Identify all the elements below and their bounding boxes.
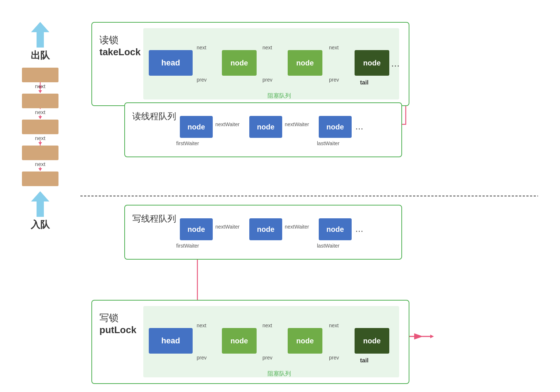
next-arrow-1: next — [35, 83, 45, 93]
putlock-prev3-label: prev — [329, 355, 339, 361]
svg-marker-47 — [430, 335, 434, 338]
dequeue-arrow — [31, 22, 49, 48]
read-queue-node2: node — [249, 116, 282, 138]
next-label-4: next — [35, 161, 45, 167]
takelock-next1-label: next — [197, 45, 206, 50]
putlock-head-node: head — [149, 328, 193, 354]
read-queue-last-waiter: lastWaiter — [317, 140, 340, 146]
read-queue-section: 读线程队列 node firstWaiter nextWaiter node n… — [124, 102, 402, 157]
putlock-section: 写锁 putLock head node node node tail 阻塞队列… — [91, 300, 409, 384]
write-queue-node2: node — [249, 218, 282, 240]
read-queue-first-waiter: firstWaiter — [176, 140, 199, 146]
putlock-title: 写锁 putLock — [99, 312, 136, 336]
takelock-node1: node — [222, 50, 257, 76]
read-queue-title: 读线程队列 — [132, 110, 176, 122]
write-queue-nextwaiter1: nextWaiter — [215, 224, 239, 230]
takelock-prev3-label: prev — [329, 77, 339, 83]
svg-marker-44 — [31, 22, 49, 48]
left-queue: 出队 next next next — [22, 22, 58, 231]
putlock-prev1-label: prev — [197, 355, 207, 361]
queue-block-5 — [22, 172, 58, 186]
enqueue-arrow — [31, 191, 49, 217]
read-queue-node1: node — [180, 116, 213, 138]
next-label-3: next — [35, 135, 45, 141]
queue-block-3 — [22, 120, 58, 134]
takelock-head-node: head — [149, 50, 193, 76]
enqueue-label: 入队 — [31, 218, 50, 231]
read-queue-nextwaiter2: nextWaiter — [285, 121, 309, 127]
takelock-prev2-label: prev — [262, 77, 272, 83]
read-queue-node3: node — [319, 116, 352, 138]
putlock-next1-label: next — [197, 323, 206, 328]
takelock-node3: node — [355, 50, 389, 76]
read-queue-nextwaiter1: nextWaiter — [215, 121, 239, 127]
putlock-next3-label: next — [329, 323, 338, 328]
write-queue-nextwaiter2: nextWaiter — [285, 224, 309, 230]
svg-marker-45 — [31, 191, 49, 217]
takelock-title: 读锁 takeLock — [99, 34, 141, 58]
takelock-dots: ... — [391, 57, 400, 69]
putlock-next2-label: next — [262, 323, 272, 328]
write-queue-node3: node — [319, 218, 352, 240]
putlock-prev2-label: prev — [262, 355, 272, 361]
write-queue-node1: node — [180, 218, 213, 240]
takelock-next3-label: next — [329, 45, 338, 50]
next-arrow-4: next — [35, 161, 45, 171]
takelock-prev1-label: prev — [197, 77, 207, 83]
putlock-node3: node — [355, 328, 389, 354]
dequeue-label: 出队 — [31, 49, 50, 62]
read-queue-dots: ... — [355, 121, 363, 132]
takelock-tail-label: tail — [360, 79, 368, 86]
queue-block-2 — [22, 94, 58, 108]
takelock-inner-label: 阻塞队列 — [268, 92, 291, 100]
next-arrow-2: next — [35, 109, 45, 119]
next-label-2: next — [35, 109, 45, 115]
takelock-section: 读锁 takeLock head node node node tail ...… — [91, 22, 409, 106]
putlock-node2: node — [288, 328, 322, 354]
next-label-1: next — [35, 83, 45, 89]
queue-block-4 — [22, 146, 58, 160]
putlock-tail-label: tail — [360, 357, 368, 364]
putlock-node1: node — [222, 328, 257, 354]
write-queue-title: 写线程队列 — [132, 213, 176, 225]
takelock-next2-label: next — [262, 45, 272, 50]
write-queue-dots: ... — [355, 223, 363, 234]
queue-block-1 — [22, 68, 58, 82]
next-arrow-3: next — [35, 135, 45, 145]
diagram-container: 出队 next next next — [0, 0, 560, 392]
putlock-inner-label: 阻塞队列 — [268, 370, 291, 378]
takelock-node2: node — [288, 50, 322, 76]
write-queue-section: 写线程队列 node firstWaiter nextWaiter node n… — [124, 205, 402, 260]
write-queue-first-waiter: firstWaiter — [176, 243, 199, 249]
write-queue-last-waiter: lastWaiter — [317, 243, 340, 249]
